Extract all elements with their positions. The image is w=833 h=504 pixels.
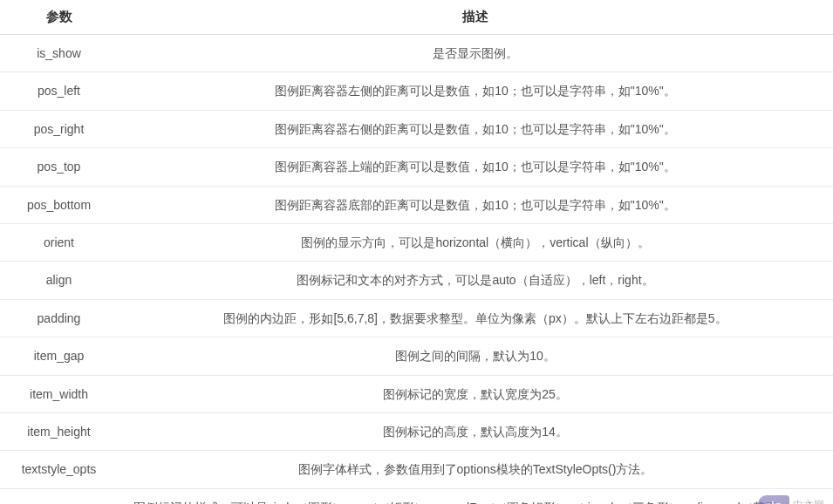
table-row: is_show 是否显示图例。 — [0, 35, 833, 72]
param-cell: item_width — [0, 375, 118, 412]
desc-cell: 图例的内边距，形如[5,6,7,8]，数据要求整型。单位为像素（px）。默认上下… — [118, 299, 833, 337]
desc-cell: 图例距离容器右侧的距离可以是数值，如10；也可以是字符串，如"10%"。 — [118, 110, 833, 147]
desc-cell: 图例的显示方向，可以是horizontal（横向），vertical（纵向）。 — [118, 223, 833, 261]
param-cell: item_gap — [0, 337, 118, 375]
param-cell: pos_right — [0, 110, 118, 147]
table-row: item_gap 图例之间的间隔，默认为10。 — [0, 337, 833, 375]
desc-cell: 图例距离容器上端的距离可以是数值，如10；也可以是字符串，如"10%"。 — [118, 148, 833, 186]
page-container: 参数 描述 is_show 是否显示图例。 pos_left 图例距离容器左侧的… — [0, 0, 833, 504]
table-row: align 图例标记和文本的对齐方式，可以是auto（自适应），left，rig… — [0, 262, 833, 299]
desc-cell: 图例字体样式，参数值用到了options模块的TextStyleOpts()方法… — [118, 451, 833, 488]
desc-cell: 图例标记的高度，默认高度为14。 — [118, 412, 833, 450]
desc-cell: 图例距离容器底部的距离可以是数值，如10；也可以是字符串，如"10%"。 — [118, 186, 833, 223]
header-desc: 描述 — [118, 0, 833, 35]
param-cell: padding — [0, 299, 118, 337]
param-cell: is_show — [0, 35, 118, 72]
param-cell: textstyle_opts — [0, 451, 118, 488]
param-cell: pos_top — [0, 148, 118, 186]
table-row: item_width 图例标记的宽度，默认宽度为25。 — [0, 375, 833, 412]
desc-cell: 图例标记的宽度，默认宽度为25。 — [118, 375, 833, 412]
table-row: orient 图例的显示方向，可以是horizontal（横向），vertica… — [0, 223, 833, 261]
table-header: 参数 描述 — [0, 0, 833, 35]
table-header-row: 参数 描述 — [0, 0, 833, 35]
param-cell: pos_bottom — [0, 186, 118, 223]
table-row: pos_bottom 图例距离容器底部的距离可以是数值，如10；也可以是字符串，… — [0, 186, 833, 223]
table-row: legend_icon 图例标记的样式。可以是circle（圆形），rect（矩… — [0, 488, 833, 504]
table-row: item_height 图例标记的高度，默认高度为14。 — [0, 412, 833, 450]
desc-cell: 图例之间的间隔，默认为10。 — [118, 337, 833, 375]
desc-cell: 图例标记和文本的对齐方式，可以是auto（自适应），left，right。 — [118, 262, 833, 299]
table-row: pos_left 图例距离容器左侧的距离可以是数值，如10；也可以是字符串，如"… — [0, 72, 833, 110]
desc-cell: 图例距离容器左侧的距离可以是数值，如10；也可以是字符串，如"10%"。 — [118, 72, 833, 110]
param-cell: item_height — [0, 412, 118, 450]
params-table: 参数 描述 is_show 是否显示图例。 pos_left 图例距离容器左侧的… — [0, 0, 833, 504]
table-row: padding 图例的内边距，形如[5,6,7,8]，数据要求整型。单位为像素（… — [0, 299, 833, 337]
param-cell: orient — [0, 223, 118, 261]
param-cell: pos_left — [0, 72, 118, 110]
table-row: pos_right 图例距离容器右侧的距离可以是数值，如10；也可以是字符串，如… — [0, 110, 833, 147]
table-row: textstyle_opts 图例字体样式，参数值用到了options模块的Te… — [0, 451, 833, 488]
param-cell: legend_icon — [0, 488, 118, 504]
header-param: 参数 — [0, 0, 118, 35]
param-cell: align — [0, 262, 118, 299]
table-row: pos_top 图例距离容器上端的距离可以是数值，如10；也可以是字符串，如"1… — [0, 148, 833, 186]
desc-cell: 是否显示图例。 — [118, 35, 833, 72]
desc-cell: 图例标记的样式。可以是circle（圆形），rect（矩形），roundRect… — [118, 488, 833, 504]
table-body: is_show 是否显示图例。 pos_left 图例距离容器左侧的距离可以是数… — [0, 35, 833, 505]
